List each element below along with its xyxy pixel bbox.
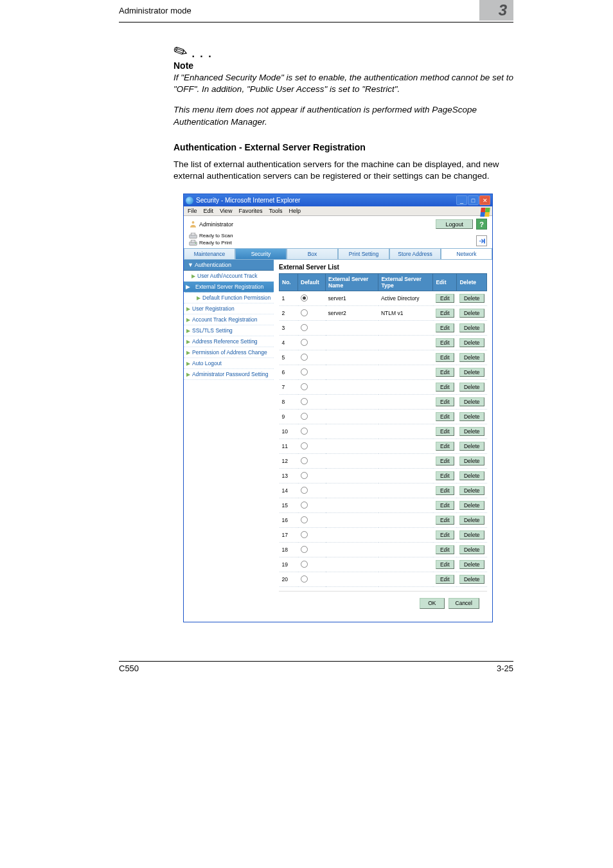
delete-button[interactable]: Delete [459, 427, 484, 436]
tab-network[interactable]: Network [441, 248, 492, 260]
edit-button[interactable]: Edit [436, 516, 454, 525]
window-close-button[interactable]: ✕ [479, 195, 490, 205]
edit-button[interactable]: Edit [436, 323, 454, 332]
delete-button[interactable]: Delete [459, 486, 484, 495]
cell-type [378, 395, 433, 410]
edit-button[interactable]: Edit [436, 383, 454, 392]
sidebar-header-auth[interactable]: ▼ Authentication [184, 260, 274, 271]
ok-button[interactable]: OK [420, 598, 444, 609]
cell-type [378, 543, 433, 557]
edit-button[interactable]: Edit [436, 486, 454, 495]
delete-button[interactable]: Delete [459, 412, 484, 421]
menu-file[interactable]: File [188, 208, 197, 214]
menu-help[interactable]: Help [289, 208, 301, 214]
edit-button[interactable]: Edit [436, 442, 454, 451]
col-type: External Server Type [378, 274, 433, 291]
cell-default[interactable] [298, 350, 326, 365]
cell-default[interactable] [298, 469, 326, 484]
sidebar-item-perm-addr[interactable]: ▶Permission of Address Change [184, 347, 274, 358]
edit-button[interactable]: Edit [436, 545, 454, 554]
menu-tools[interactable]: Tools [269, 208, 282, 214]
menu-favorites[interactable]: Favorites [238, 208, 262, 214]
edit-button[interactable]: Edit [436, 397, 454, 406]
edit-button[interactable]: Edit [436, 501, 454, 510]
cell-default[interactable] [298, 513, 326, 528]
edit-button[interactable]: Edit [436, 575, 454, 584]
delete-button[interactable]: Delete [459, 530, 484, 539]
delete-button[interactable]: Delete [459, 397, 484, 406]
cell-default[interactable] [298, 336, 326, 350]
cell-default[interactable] [298, 454, 326, 469]
cell-default[interactable] [298, 557, 326, 572]
cancel-button[interactable]: Cancel [449, 598, 479, 609]
cell-type: NTLM v1 [378, 306, 433, 321]
edit-button[interactable]: Edit [436, 338, 454, 347]
cell-default[interactable] [298, 528, 326, 543]
edit-button[interactable]: Edit [436, 294, 454, 303]
to-device-button[interactable] [476, 235, 487, 246]
cell-default[interactable] [298, 572, 326, 587]
logout-button[interactable]: Logout [436, 219, 473, 229]
sidebar-item-account-track[interactable]: ▶Account Track Registration [184, 314, 274, 325]
sidebar-item-external-server[interactable]: ▶External Server Registration [184, 282, 274, 293]
sidebar-item-user-reg[interactable]: ▶User Registration [184, 303, 274, 314]
cell-default[interactable] [298, 543, 326, 557]
delete-button[interactable]: Delete [459, 575, 484, 584]
sidebar-item-addr-ref[interactable]: ▶Address Reference Setting [184, 336, 274, 347]
cell-default[interactable] [298, 395, 326, 410]
window-minimize-button[interactable]: _ [456, 195, 467, 205]
delete-button[interactable]: Delete [459, 338, 484, 347]
edit-button[interactable]: Edit [436, 368, 454, 377]
delete-button[interactable]: Delete [459, 471, 484, 480]
delete-button[interactable]: Delete [459, 294, 484, 303]
sidebar-item-user-auth[interactable]: ▶User Auth/Account Track [184, 271, 274, 282]
cell-name [326, 484, 378, 498]
delete-button[interactable]: Delete [459, 442, 484, 451]
edit-button[interactable]: Edit [436, 353, 454, 362]
cell-default[interactable] [298, 306, 326, 321]
delete-button[interactable]: Delete [459, 309, 484, 318]
edit-button[interactable]: Edit [436, 471, 454, 480]
cell-default[interactable] [298, 365, 326, 380]
delete-button[interactable]: Delete [459, 383, 484, 392]
menu-view[interactable]: View [220, 208, 232, 214]
cell-default[interactable] [298, 321, 326, 336]
menu-edit[interactable]: Edit [204, 208, 214, 214]
delete-button[interactable]: Delete [459, 353, 484, 362]
sidebar-item-auto-logout[interactable]: ▶Auto Logout [184, 358, 274, 369]
delete-button[interactable]: Delete [459, 560, 484, 569]
cell-default[interactable] [298, 439, 326, 454]
delete-button[interactable]: Delete [459, 368, 484, 377]
delete-button[interactable]: Delete [459, 323, 484, 332]
tab-maintenance[interactable]: Maintenance [184, 248, 235, 260]
edit-button[interactable]: Edit [436, 427, 454, 436]
cell-default[interactable] [298, 291, 326, 306]
cell-no: 6 [280, 365, 298, 380]
cell-default[interactable] [298, 424, 326, 439]
delete-button[interactable]: Delete [459, 501, 484, 510]
tab-security[interactable]: Security [235, 248, 287, 260]
cell-type [378, 321, 433, 336]
edit-button[interactable]: Edit [436, 457, 454, 466]
sidebar-item-ssl[interactable]: ▶SSL/TLS Setting [184, 325, 274, 336]
help-button[interactable]: ? [476, 219, 487, 230]
delete-button[interactable]: Delete [459, 545, 484, 554]
note-title: Note [173, 60, 513, 71]
edit-button[interactable]: Edit [436, 309, 454, 318]
edit-button[interactable]: Edit [436, 412, 454, 421]
cell-default[interactable] [298, 484, 326, 498]
sidebar-item-default-func[interactable]: ▶Default Function Permission [184, 293, 274, 303]
sidebar-item-admin-pw[interactable]: ▶Administrator Password Setting [184, 369, 274, 380]
cell-default[interactable] [298, 380, 326, 395]
edit-button[interactable]: Edit [436, 530, 454, 539]
delete-button[interactable]: Delete [459, 516, 484, 525]
scanner-icon [189, 233, 197, 239]
tab-box[interactable]: Box [287, 248, 338, 260]
window-maximize-button[interactable]: □ [468, 195, 479, 205]
cell-default[interactable] [298, 410, 326, 424]
tab-store-address[interactable]: Store Address [389, 248, 441, 260]
delete-button[interactable]: Delete [459, 457, 484, 466]
cell-default[interactable] [298, 498, 326, 513]
tab-print-setting[interactable]: Print Setting [338, 248, 389, 260]
edit-button[interactable]: Edit [436, 560, 454, 569]
